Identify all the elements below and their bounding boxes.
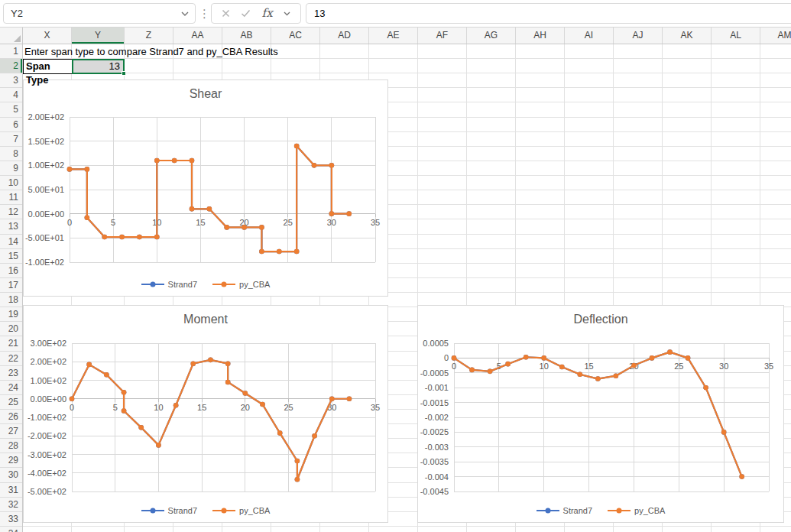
row-header-11[interactable]: 11: [0, 190, 22, 205]
svg-text:5.00E+01: 5.00E+01: [28, 185, 64, 194]
grid-hline: [23, 73, 791, 73]
moment-chart[interactable]: Moment Strand7py_CBA 3.00E+022.00E+021.0…: [23, 305, 388, 523]
row-header-14[interactable]: 14: [0, 235, 22, 249]
row-header-32[interactable]: 32: [0, 498, 22, 512]
column-headers: XYZAAABACADAEAFAGAHAIAJAKALAM: [23, 28, 791, 44]
svg-text:-0.001: -0.001: [425, 383, 449, 392]
column-header-X[interactable]: X: [23, 28, 72, 44]
row-header-24[interactable]: 24: [0, 381, 22, 395]
select-all-corner[interactable]: [0, 28, 23, 44]
enter-check-icon[interactable]: [241, 9, 251, 18]
row-header-13[interactable]: 13: [0, 219, 22, 234]
column-header-AJ[interactable]: AJ: [614, 28, 663, 44]
column-header-AI[interactable]: AI: [565, 28, 614, 44]
row-header-25[interactable]: 25: [0, 395, 22, 410]
excel-window: Y2 ⋮ fx 13 XYZAAABACADAEAFAGAHAIAJAKALAM…: [0, 0, 791, 532]
row-header-28[interactable]: 28: [0, 439, 22, 453]
kebab-separator-icon[interactable]: ⋮: [199, 2, 208, 25]
row-header-5[interactable]: 5: [0, 102, 22, 117]
row-header-23[interactable]: 23: [0, 366, 22, 381]
row-header-2[interactable]: 2: [0, 59, 22, 73]
svg-text:1.00E+02: 1.00E+02: [31, 376, 66, 385]
row-header-7[interactable]: 7: [0, 132, 22, 147]
svg-text:-0.0005: -0.0005: [420, 368, 449, 378]
formula-bar: Y2 ⋮ fx 13: [0, 0, 791, 28]
column-header-AK[interactable]: AK: [663, 28, 712, 44]
svg-text:-3.00E+02: -3.00E+02: [28, 450, 66, 459]
legend-item-py_CBA: py_CBA: [608, 506, 665, 515]
column-header-AC[interactable]: AC: [271, 28, 320, 44]
row-header-17[interactable]: 17: [0, 278, 22, 293]
cell-Y2-selected[interactable]: 13: [72, 59, 125, 74]
row-header-12[interactable]: 12: [0, 205, 22, 219]
row-header-8[interactable]: 8: [0, 147, 22, 161]
svg-text:0: 0: [67, 218, 72, 227]
svg-text:-0.0045: -0.0045: [420, 487, 449, 496]
column-header-AE[interactable]: AE: [369, 28, 418, 44]
legend-marker-icon: [141, 281, 164, 288]
row-header-34[interactable]: 34: [0, 527, 22, 532]
row-header-15[interactable]: 15: [0, 249, 22, 264]
row-header-4[interactable]: 4: [0, 88, 22, 102]
svg-text:-1.00E+02: -1.00E+02: [25, 258, 64, 267]
formula-input[interactable]: 13: [306, 3, 791, 24]
column-header-AL[interactable]: AL: [712, 28, 760, 44]
svg-text:20: 20: [241, 403, 250, 412]
chart-legend: Strand7py_CBA: [24, 506, 387, 515]
name-box[interactable]: Y2: [3, 3, 196, 24]
shear-plot-svg: 2.00E+021.50E+021.00E+025.00E+010.00E+00…: [24, 80, 387, 296]
svg-text:0.00E+00: 0.00E+00: [28, 209, 64, 219]
legend-label: Strand7: [563, 506, 593, 515]
column-header-AM[interactable]: AM: [760, 28, 791, 44]
row-header-6[interactable]: 6: [0, 118, 22, 132]
column-header-AA[interactable]: AA: [173, 28, 222, 44]
column-header-AG[interactable]: AG: [467, 28, 516, 44]
legend-item-py_CBA: py_CBA: [212, 280, 270, 289]
svg-text:10: 10: [154, 403, 163, 412]
column-header-AH[interactable]: AH: [516, 28, 565, 44]
column-header-AF[interactable]: AF: [418, 28, 467, 44]
row-header-20[interactable]: 20: [0, 322, 22, 336]
fill-handle[interactable]: [122, 71, 126, 76]
cell-X2-span-type-label[interactable]: Span Type: [23, 59, 73, 74]
svg-text:-0.004: -0.004: [425, 472, 449, 482]
deflection-chart[interactable]: Deflection Strand7py_CBA 0.00050-0.0005-…: [417, 305, 784, 523]
svg-text:15: 15: [584, 362, 593, 371]
row-header-26[interactable]: 26: [0, 410, 22, 424]
row-header-3[interactable]: 3: [0, 73, 22, 88]
svg-text:0: 0: [452, 362, 456, 371]
chart-title: Moment: [24, 313, 387, 326]
svg-text:0: 0: [70, 403, 74, 412]
cancel-icon[interactable]: [222, 9, 230, 18]
row-header-16[interactable]: 16: [0, 264, 22, 278]
legend-item-Strand7: Strand7: [537, 506, 593, 515]
chevron-down-icon[interactable]: [284, 11, 290, 16]
row-header-19[interactable]: 19: [0, 307, 22, 322]
chevron-down-icon[interactable]: [181, 11, 189, 16]
row-header-1[interactable]: 1: [0, 44, 22, 59]
row-header-33[interactable]: 33: [0, 512, 22, 527]
column-header-AB[interactable]: AB: [222, 28, 271, 44]
column-header-Z[interactable]: Z: [125, 28, 173, 44]
svg-text:2.00E+02: 2.00E+02: [28, 112, 64, 122]
column-header-Y[interactable]: Y: [72, 28, 125, 44]
row-header-9[interactable]: 9: [0, 161, 22, 176]
shear-chart[interactable]: Shear Strand7py_CBA 2.00E+021.50E+021.00…: [23, 79, 388, 297]
legend-label: py_CBA: [634, 506, 665, 515]
row-header-21[interactable]: 21: [0, 336, 22, 351]
svg-text:2.00E+02: 2.00E+02: [31, 357, 66, 366]
svg-text:0: 0: [444, 353, 449, 362]
row-header-18[interactable]: 18: [0, 293, 22, 307]
row-header-27[interactable]: 27: [0, 424, 22, 439]
cell-X1-text[interactable]: Enter span type to compare Strand7 and p…: [24, 44, 278, 59]
row-header-30[interactable]: 30: [0, 468, 22, 482]
row-header-29[interactable]: 29: [0, 453, 22, 468]
chart-legend: Strand7py_CBA: [418, 506, 783, 515]
formula-actions: fx: [211, 3, 301, 24]
row-header-22[interactable]: 22: [0, 352, 22, 366]
insert-function-icon[interactable]: fx: [262, 8, 273, 19]
svg-text:15: 15: [196, 218, 205, 227]
row-header-31[interactable]: 31: [0, 483, 22, 498]
column-header-AD[interactable]: AD: [320, 28, 369, 44]
row-header-10[interactable]: 10: [0, 176, 22, 190]
